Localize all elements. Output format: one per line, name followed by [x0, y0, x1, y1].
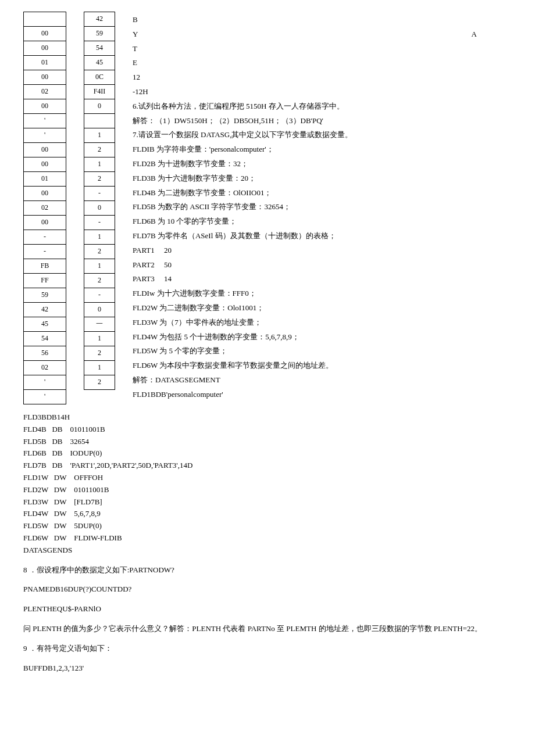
question-9-title: 9 ．有符号定义语句如下：	[23, 643, 512, 655]
cell	[84, 114, 115, 128]
cell: -	[24, 230, 66, 245]
q7-line: FLD7B 为零件名（ASeIl 码）及其数量（十进制数）的表格；	[133, 230, 512, 242]
code-line: FLD7B DB 'PART1',20D,'PART2',50D,'PART3'…	[23, 460, 512, 472]
cell: FB	[24, 259, 66, 274]
question-8-answer: 问 PLENTH 的值为多少？它表示什么意义？解答：PLENTH 代表着 PAR…	[23, 623, 512, 635]
cell: 2	[84, 274, 115, 288]
side-label: B	[133, 14, 512, 26]
q7-line: FLD5W 为 5 个零的字变量；	[133, 345, 512, 357]
part-row: PART3 14	[133, 273, 512, 285]
cell: 2	[84, 375, 115, 390]
question-6-answer: 解答：（1）DW5150H；（2）DB5OH,51H；（3）DB'PQ'	[133, 115, 512, 127]
code-line: FLD6B DB IODUP(0)	[23, 447, 512, 460]
q7-line: FLD3W 为（7）中零件表的地址变量；	[133, 317, 512, 329]
top-section: 00 00 01 00 02 00 ' ' 00 00 01 00 02 00 …	[23, 12, 512, 404]
cell: 1	[84, 157, 115, 172]
q7-answer-line: FLD1BDB'personalcomputer'	[133, 389, 512, 401]
code-line: DATASGENDS	[23, 544, 512, 557]
code-line: FLD5B DB 32654	[23, 436, 512, 448]
cell	[24, 12, 66, 27]
cell: 02	[24, 201, 66, 216]
cell: 0	[84, 99, 115, 114]
cell: 59	[84, 27, 115, 41]
cell: 一	[84, 317, 115, 332]
cell: 1	[84, 361, 115, 375]
question-8-line: PLENTHEQU$-PARNlO	[23, 603, 512, 615]
cell: 01	[24, 56, 66, 70]
side-label: 12	[133, 71, 512, 84]
code-line: FLD3W DW [FLD7B]	[23, 496, 512, 508]
part-val: 50	[164, 260, 172, 269]
cell: 45	[84, 56, 115, 70]
q7-line: FLD5B 为数字的 ASCII 字符字节变量：32654；	[133, 201, 512, 213]
cell: 02	[24, 85, 66, 99]
part-val: 20	[164, 246, 172, 255]
cell: 00	[24, 143, 66, 157]
cell: 0C	[84, 70, 115, 85]
cell: 59	[24, 288, 66, 303]
cell: 00	[24, 70, 66, 85]
question-8-title: 8 ．假设程序中的数据定义如下:PARTNODW?	[23, 564, 512, 576]
question-9-line: BUFFDB1,2,3,'123'	[23, 662, 512, 675]
code-line: FLD5W DW 5DUP(0)	[23, 520, 512, 532]
q7-line: FLD2W 为二进制数字变量：OloI1001；	[133, 302, 512, 314]
question-6-title: 6.试列出各种方法，使汇编程序把 5150H 存入一人存储器字中。	[133, 101, 512, 113]
memory-table-2: 42 59 54 45 0C F4II 0 1 2 1 2 - 0 - 1 2 …	[84, 12, 115, 390]
part-val: 14	[164, 274, 172, 283]
code-line: FLD1W DW OFFFOH	[23, 472, 512, 484]
cell: -	[24, 245, 66, 259]
code-line: FLD6W DW FLDIW-FLDIB	[23, 532, 512, 544]
code-line: FLD3BDB14H	[23, 411, 512, 424]
cell: 00	[24, 99, 66, 114]
cell: 2	[84, 346, 115, 361]
cell: 02	[24, 361, 66, 375]
side-label-far: A	[472, 28, 477, 41]
cell: 1	[84, 128, 115, 143]
cell: -	[84, 288, 115, 303]
cell: 01	[24, 172, 66, 187]
cell: '	[24, 390, 66, 404]
part-label: PART3	[133, 274, 155, 283]
question-8-line: PNAMEDB16DUP(?)COUNTDD?	[23, 583, 512, 596]
cell: 1	[84, 259, 115, 274]
part-label: PART1	[133, 246, 155, 255]
cell: 2	[84, 245, 115, 259]
cell: 54	[24, 332, 66, 346]
part-row: PART1 20	[133, 245, 512, 257]
cell: '	[24, 128, 66, 143]
cell: FF	[24, 274, 66, 288]
side-label: -12H	[133, 86, 512, 98]
cell: -	[84, 216, 115, 230]
cell: 56	[24, 346, 66, 361]
cell: 42	[84, 12, 115, 27]
cell: -	[84, 187, 115, 201]
cell: 0	[84, 201, 115, 216]
q7-line: FLD4B 为二进制数字节变量：OlOIIO01；	[133, 187, 512, 199]
part-row: PART2 50	[133, 259, 512, 271]
cell: 0	[84, 303, 115, 317]
side-label: E	[133, 57, 512, 69]
side-label: Y	[133, 30, 138, 38]
cell: '	[24, 375, 66, 390]
cell: 2	[84, 143, 115, 157]
q7-answer-head: 解答：DATASGSEGMENT	[133, 374, 512, 386]
memory-table-1: 00 00 01 00 02 00 ' ' 00 00 01 00 02 00 …	[23, 12, 66, 404]
q7-line: FLD2B 为十进制数字节变量：32；	[133, 158, 512, 170]
cell: 1	[84, 332, 115, 346]
cell: 1	[84, 230, 115, 245]
cell: 00	[24, 27, 66, 41]
cell: 00	[24, 216, 66, 230]
cell: 00	[24, 41, 66, 56]
question-7-title: 7.请设置一个数据段 DATASG,其中定义以下字节变量或数据变量。	[133, 129, 512, 141]
q7-line: FLDIw 为十六进制数字变量：FFF0；	[133, 288, 512, 300]
code-block: FLD3BDB14H FLD4B DB 01011001B FLD5B DB 3…	[23, 411, 512, 557]
cell: 2	[84, 172, 115, 187]
q7-line: FLDIB 为字符串变量：'personalcomputer'；	[133, 144, 512, 156]
cell: 00	[24, 157, 66, 172]
q7-line: FLD6B 为 10 个零的字节变量；	[133, 216, 512, 228]
q7-line: FLD4W 为包括 5 个十进制数的字变量：5,6,7,8,9；	[133, 331, 512, 343]
right-column: B Y A T E 12 -12H 6.试列出各种方法，使汇编程序把 5150H…	[133, 12, 512, 403]
cell: F4II	[84, 85, 115, 99]
part-label: PART2	[133, 260, 155, 269]
cell: 00	[24, 187, 66, 201]
